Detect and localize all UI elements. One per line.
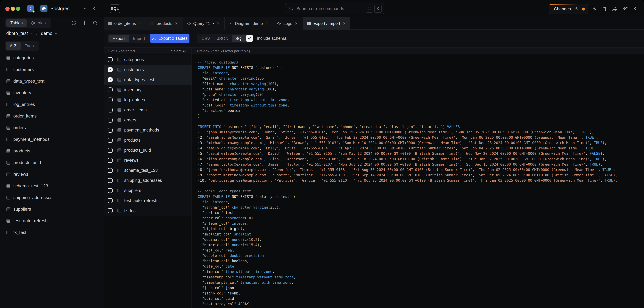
arrows-up-down-icon[interactable] xyxy=(602,6,608,12)
table-checkbox[interactable] xyxy=(108,118,112,123)
cloud-sync-badge-icon: ☁ xyxy=(32,10,35,13)
table-checkbox[interactable] xyxy=(108,178,112,183)
sidebar-item-categories[interactable]: categories xyxy=(0,52,104,64)
sparkles-icon[interactable] xyxy=(622,6,628,12)
sidebar-item-products[interactable]: products xyxy=(0,145,104,157)
table-checkbox[interactable] xyxy=(108,138,112,143)
sidebar-item-products_uuid[interactable]: products_uuid xyxy=(0,157,104,168)
chevron-down-icon[interactable] xyxy=(83,0,87,17)
format-tab-json[interactable]: JSON xyxy=(214,35,232,42)
table-checkbox[interactable] xyxy=(108,158,112,163)
code-line: CREATE TABLE IF NOT EXISTS "customers" ( xyxy=(198,65,618,70)
diagram-icon[interactable] xyxy=(612,6,618,12)
close-icon[interactable]: × xyxy=(343,21,346,26)
export-table-row-order_items[interactable]: order_items xyxy=(104,105,192,115)
sidebar-item-inventory[interactable]: inventory xyxy=(0,87,104,99)
minimize-window-button[interactable] xyxy=(11,7,15,11)
export-table-row-schema_test_123[interactable]: schema_test_123 xyxy=(104,165,192,175)
sidebar-item-orders[interactable]: orders xyxy=(0,122,104,134)
close-icon[interactable]: × xyxy=(217,21,220,26)
database-name[interactable]: demo xyxy=(41,31,52,36)
export-table-row-shipping_addresses[interactable]: shipping_addresses xyxy=(104,175,192,185)
sidebar-item-data_types_test[interactable]: data_types_test xyxy=(0,75,104,87)
table-checkbox[interactable] xyxy=(108,98,112,102)
format-tab-sql[interactable]: SQL xyxy=(232,35,247,42)
format-tab-csv[interactable]: CSV xyxy=(198,35,214,42)
table-checkbox[interactable] xyxy=(108,188,112,193)
export-table-row-data_types_test[interactable]: data_types_test xyxy=(104,75,192,85)
table-checkbox[interactable] xyxy=(108,67,112,72)
close-icon[interactable]: × xyxy=(295,21,298,26)
sidebar-item-payment_methods[interactable]: payment_methods xyxy=(0,134,104,145)
pulse-icon[interactable] xyxy=(592,6,598,12)
select-all-button[interactable]: Select All xyxy=(171,48,186,55)
export-table-row-categories[interactable]: categories xyxy=(104,55,192,65)
sidebar-item-test_auto_refresh[interactable]: test_auto_refresh xyxy=(0,215,104,227)
tab-order-items[interactable]: order_items× xyxy=(104,17,146,30)
table-checkbox[interactable] xyxy=(108,88,112,92)
table-checkbox[interactable] xyxy=(108,77,112,82)
sidebar-item-order_items[interactable]: order_items xyxy=(0,110,104,122)
filter-tab-a-z[interactable]: A-Z xyxy=(6,42,21,50)
table-selection-list: categoriescustomersdata_types_testinvent… xyxy=(104,55,192,216)
include-schema-checkbox[interactable] xyxy=(246,35,253,42)
sidebar-item-customers[interactable]: customers xyxy=(0,64,104,75)
chevron-left-icon[interactable] xyxy=(633,6,639,12)
table-checkbox[interactable] xyxy=(108,208,112,213)
mode-tab-export[interactable]: Export xyxy=(108,35,129,42)
sidebar-item-reviews[interactable]: reviews xyxy=(0,168,104,180)
table-checkbox[interactable] xyxy=(108,57,112,62)
sidebar-tab-tables[interactable]: Tables xyxy=(6,19,27,27)
close-icon[interactable]: × xyxy=(175,21,178,26)
table-checkbox[interactable] xyxy=(108,168,112,173)
export-table-row-log_entries[interactable]: log_entries xyxy=(104,95,192,105)
connection-name[interactable]: dbpro_test xyxy=(6,31,28,36)
tab-query-1[interactable]: Query #1× xyxy=(183,17,225,30)
changes-button[interactable]: Changes 5 xyxy=(549,4,588,14)
sql-preview-pane[interactable]: -- Table: customersCREATE TABLE IF NOT E… xyxy=(192,55,644,308)
refresh-icon[interactable] xyxy=(71,20,77,26)
tab-products[interactable]: products× xyxy=(146,17,183,30)
tab-logs[interactable]: Logs× xyxy=(273,17,303,30)
close-icon[interactable]: × xyxy=(139,21,141,26)
chevron-down-icon[interactable] xyxy=(30,31,33,36)
collapse-sidebar-icon[interactable] xyxy=(92,0,96,17)
sidebar-item-tx_test[interactable]: tx_test xyxy=(0,227,104,238)
search-icon[interactable] xyxy=(92,20,98,26)
close-icon[interactable]: × xyxy=(266,21,268,26)
sidebar-item-schema_test_123[interactable]: schema_test_123 xyxy=(0,180,104,192)
export-tables-button[interactable]: Export 2 Tables xyxy=(150,34,190,43)
export-table-row-tx_test[interactable]: tx_test xyxy=(104,206,192,216)
mode-tab-import[interactable]: Import xyxy=(129,35,149,42)
table-checkbox[interactable] xyxy=(108,148,112,153)
fold-chevron-icon[interactable] xyxy=(193,65,196,70)
plus-icon[interactable] xyxy=(82,20,88,26)
export-table-row-customers[interactable]: customers xyxy=(104,65,192,75)
table-checkbox[interactable] xyxy=(108,108,112,113)
export-table-row-products_uuid[interactable]: products_uuid xyxy=(104,145,192,155)
tab-diagram-demo[interactable]: Diagram: demo× xyxy=(225,17,273,30)
export-controls: ExportImport Export 2 Tables CSVJSONSQL … xyxy=(104,30,644,47)
filter-tab-tags[interactable]: Tags xyxy=(21,42,38,50)
close-window-button[interactable] xyxy=(5,7,10,11)
export-table-row-orders[interactable]: orders xyxy=(104,115,192,125)
export-table-row-payment_methods[interactable]: payment_methods xyxy=(104,125,192,135)
sidebar-tab-queries[interactable]: Queries xyxy=(27,19,50,27)
export-button-label: Export 2 Tables xyxy=(158,36,188,41)
table-checkbox[interactable] xyxy=(108,198,112,203)
export-table-row-products[interactable]: products xyxy=(104,135,192,145)
sidebar-item-log_entries[interactable]: log_entries xyxy=(0,99,104,110)
export-table-row-suppliers[interactable]: suppliers xyxy=(104,185,192,195)
sidebar-item-suppliers[interactable]: suppliers xyxy=(0,203,104,215)
export-table-row-reviews[interactable]: reviews xyxy=(104,155,192,165)
sidebar-item-shipping_addresses[interactable]: shipping_addresses xyxy=(0,192,104,203)
export-table-row-test_auto_refresh[interactable]: test_auto_refresh xyxy=(104,195,192,206)
avatar[interactable]: J ☁ xyxy=(27,5,34,12)
search-input[interactable]: Search or run commands... ⌘ K xyxy=(285,3,384,14)
chevron-down-icon[interactable] xyxy=(54,31,58,36)
export-table-row-inventory[interactable]: inventory xyxy=(104,85,192,95)
fold-chevron-icon[interactable] xyxy=(193,194,196,199)
tab-export-import[interactable]: Export / Import× xyxy=(303,17,350,30)
table-checkbox[interactable] xyxy=(108,128,112,133)
zoom-window-button[interactable] xyxy=(16,7,20,11)
